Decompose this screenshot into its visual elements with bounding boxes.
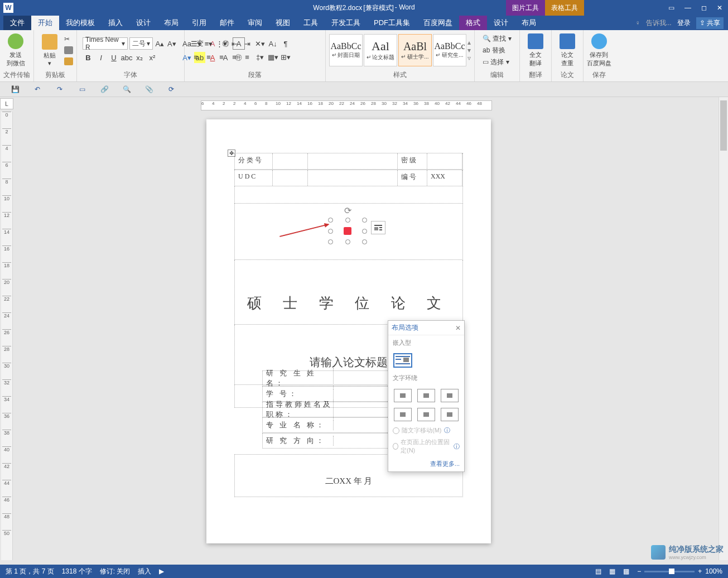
select-button[interactable]: ▭ 选择 ▾ <box>480 56 514 68</box>
share-button[interactable]: ⇪ 共享 <box>696 17 724 29</box>
vertical-scrollbar[interactable] <box>719 97 728 560</box>
login-link[interactable]: 登录 <box>677 18 691 28</box>
strike-button[interactable]: abc <box>121 52 132 63</box>
tab-mail[interactable]: 邮件 <box>213 16 241 30</box>
format-painter-icon[interactable] <box>64 57 73 65</box>
tab-view[interactable]: 视图 <box>269 16 297 30</box>
style-student[interactable]: AaBbCc↵ 研究生... <box>433 34 466 66</box>
popup-close-icon[interactable]: ✕ <box>455 324 461 332</box>
context-tab-table-tools[interactable]: 表格工具 <box>545 0 584 16</box>
tab-baidu[interactable]: 百度网盘 <box>417 16 459 30</box>
bold-button[interactable]: B <box>83 52 94 63</box>
font-size-combo[interactable]: 二号▾ <box>129 37 153 50</box>
layout-options-button[interactable] <box>371 221 385 234</box>
tab-insert[interactable]: 插入 <box>102 16 129 30</box>
tab-design[interactable]: 设计 <box>129 16 157 30</box>
numbering-icon[interactable]: ≡▾ <box>203 38 214 49</box>
align-distributed-icon[interactable]: ≡ <box>242 51 253 62</box>
subscript-button[interactable]: x₂ <box>134 52 145 63</box>
underline-button[interactable]: U <box>108 52 119 63</box>
tab-templates[interactable]: 我的模板 <box>59 16 102 30</box>
cut-icon[interactable]: ✂ <box>64 35 73 43</box>
redo-icon[interactable]: ↷ <box>55 84 65 94</box>
align-right-icon[interactable]: ≡ <box>216 51 227 62</box>
replace-button[interactable]: ab 替换 <box>480 45 514 56</box>
align-left-icon[interactable]: ≡ <box>190 51 201 62</box>
wrap-inline[interactable] <box>394 354 412 367</box>
undo-icon[interactable]: ↶ <box>32 84 42 94</box>
align-center-icon[interactable]: ≡ <box>203 51 214 62</box>
copy-icon[interactable] <box>64 46 73 54</box>
group-clipboard: 剪贴板 <box>37 69 73 81</box>
ruler-corner[interactable]: L <box>0 98 13 109</box>
line-spacing-icon[interactable]: ‡▾ <box>254 51 266 62</box>
opt-fix-position[interactable]: 在页面上的位置固定(N)ⓘ <box>388 436 464 456</box>
find-button[interactable]: 🔍 查找 ▾ <box>480 33 514 45</box>
borders-icon[interactable]: ⊞▾ <box>280 51 291 62</box>
style-thesis-title[interactable]: Aal↵ 论文标题 <box>364 34 397 66</box>
paste-button[interactable]: 粘贴▾ <box>37 32 62 69</box>
section-inline: 嵌入型 <box>388 335 464 350</box>
wrap-tight[interactable] <box>417 389 435 402</box>
styles-up-icon[interactable]: ▴ <box>467 38 471 46</box>
inserted-image[interactable]: ⟳ <box>330 220 365 242</box>
style-master[interactable]: AaBl↵ 硕士学... <box>398 34 432 66</box>
styles-more-icon[interactable]: ▿ <box>467 54 471 62</box>
horizontal-ruler[interactable]: 6422468101214161820222426283032343638404… <box>201 100 492 110</box>
minimize-icon[interactable]: — <box>684 4 691 12</box>
bullets-icon[interactable]: ☰▾ <box>190 38 201 49</box>
wrap-front[interactable] <box>441 408 459 421</box>
shading-icon[interactable]: ▦▾ <box>267 51 278 62</box>
align-justify-icon[interactable]: ≡ <box>229 51 240 62</box>
qat-icon-2[interactable]: 🔗 <box>99 84 109 94</box>
thesis-check-button[interactable]: 论文查重 <box>555 32 580 69</box>
tab-file[interactable]: 文件 <box>3 16 31 30</box>
wrap-square[interactable] <box>394 389 412 402</box>
ribbon-options-icon[interactable]: ▭ <box>668 4 674 12</box>
tab-table-layout[interactable]: 布局 <box>515 16 543 30</box>
translate-button[interactable]: 全文翻译 <box>523 32 548 69</box>
vertical-ruler[interactable]: 0246810121416182022242628303234363840424… <box>1 112 13 560</box>
tab-review[interactable]: 审阅 <box>241 16 269 30</box>
qat-icon-4[interactable]: 📎 <box>144 84 154 94</box>
opt-move-with-text[interactable]: 随文字移动(M)ⓘ <box>388 425 464 436</box>
save-icon[interactable]: 💾 <box>10 84 20 94</box>
decrease-indent-icon[interactable]: ⇤ <box>229 38 240 49</box>
tab-tools[interactable]: 工具 <box>297 16 325 30</box>
rotate-handle-icon[interactable]: ⟳ <box>344 205 351 216</box>
show-marks-icon[interactable]: ¶ <box>280 38 291 49</box>
qat-icon-3[interactable]: 🔍 <box>122 84 132 94</box>
wrap-topbottom[interactable] <box>394 408 412 421</box>
ribbon: 发送到微信 文件传输 粘贴▾ ✂ 剪贴板 Times New R▾ 二号▾ A▴… <box>0 30 728 82</box>
send-wechat-button[interactable]: 发送到微信 <box>3 32 28 69</box>
tab-layout[interactable]: 布局 <box>157 16 185 30</box>
multilevel-icon[interactable]: ⋮▾ <box>216 38 227 49</box>
see-more-link[interactable]: 查看更多... <box>388 456 464 471</box>
asian-layout-icon[interactable]: ✕▾ <box>254 38 266 49</box>
sort-icon[interactable]: A↓ <box>267 38 278 49</box>
styles-gallery[interactable]: AaBbCc↵ 封面日期 Aal↵ 论文标题 AaBl↵ 硕士学... AaBb… <box>329 34 466 66</box>
tab-picture-format[interactable]: 格式 <box>459 16 487 30</box>
font-name-combo[interactable]: Times New R▾ <box>83 37 128 50</box>
tab-references[interactable]: 引用 <box>185 16 213 30</box>
save-baidu-button[interactable]: 保存到百度网盘 <box>587 32 611 69</box>
qat-icon-1[interactable]: ▭ <box>77 84 87 94</box>
increase-indent-icon[interactable]: ⇥ <box>242 38 253 49</box>
shrink-font-icon[interactable]: A▾ <box>167 38 177 49</box>
wrap-behind[interactable] <box>417 408 435 421</box>
context-tab-picture-tools[interactable]: 图片工具 <box>506 0 545 16</box>
grow-font-icon[interactable]: A▴ <box>155 38 165 49</box>
maximize-icon[interactable]: ◻ <box>701 4 707 12</box>
tell-me-input[interactable]: 告诉我... <box>646 18 672 28</box>
tab-pdf[interactable]: PDF工具集 <box>367 16 417 30</box>
style-cover-date[interactable]: AaBbCc↵ 封面日期 <box>329 34 363 66</box>
tab-home[interactable]: 开始 <box>31 16 59 30</box>
tab-dev[interactable]: 开发工具 <box>325 16 367 30</box>
qat-icon-5[interactable]: ⟳ <box>166 84 176 94</box>
italic-button[interactable]: I <box>95 52 107 63</box>
tab-table-design[interactable]: 设计 <box>487 16 515 30</box>
wrap-through[interactable] <box>441 389 459 402</box>
close-icon[interactable]: ✕ <box>717 4 722 12</box>
superscript-button[interactable]: x² <box>147 52 158 63</box>
styles-down-icon[interactable]: ▾ <box>467 46 471 54</box>
